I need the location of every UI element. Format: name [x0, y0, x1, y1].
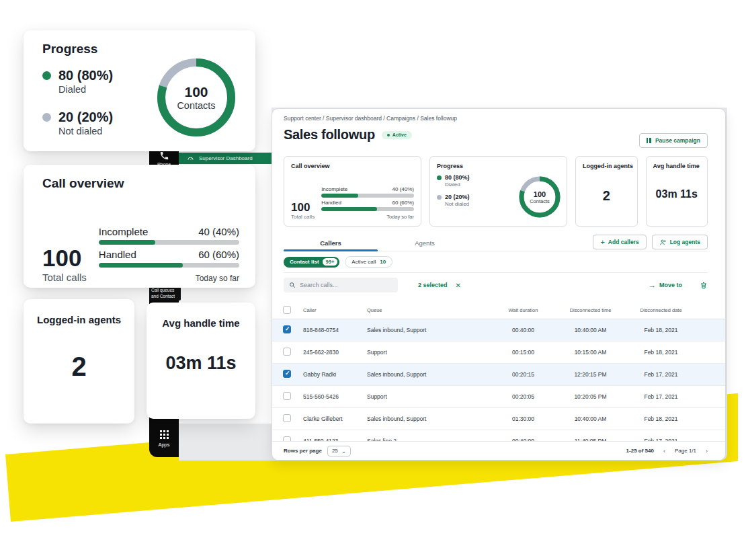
- metric-cards-row: Call overview 100 Total calls Incomplete…: [284, 156, 708, 227]
- table-row[interactable]: 818-848-0754 Sales inbound, Support 00:4…: [272, 319, 725, 342]
- table-row[interactable]: Clarke Gillebert Sales inbound, Support …: [272, 408, 725, 430]
- search-box[interactable]: [284, 278, 398, 292]
- not-dialed-dot-icon: [42, 113, 51, 122]
- search-input[interactable]: [300, 282, 380, 288]
- progress-donut-chart: 100 Contacts: [518, 175, 561, 218]
- arrow-right-icon: →: [649, 281, 656, 289]
- card-footnote: Today so far: [321, 214, 414, 220]
- log-agents-button[interactable]: Log agents: [652, 235, 708, 249]
- pause-icon: [647, 138, 651, 143]
- breadcrumb[interactable]: Support center / Supervisor dashboard / …: [284, 115, 457, 122]
- card-call-overview: Call overview 100 Total calls Incomplete…: [284, 156, 421, 227]
- card-title: Logged-in agents: [576, 157, 637, 169]
- status-dot-icon: [387, 134, 390, 136]
- incomplete-bar: [99, 240, 239, 245]
- row-checkbox[interactable]: [283, 325, 291, 333]
- table-row[interactable]: Gabby Radki Sales inbound, Support 00:20…: [272, 364, 725, 386]
- row-range: 1-25 of 540: [626, 448, 654, 454]
- card-title: Progress: [42, 42, 97, 56]
- next-page-icon[interactable]: ›: [706, 448, 708, 454]
- tab-callers[interactable]: Callers: [284, 235, 378, 251]
- tab-agents[interactable]: Agents: [378, 235, 472, 251]
- total-calls-value: 100: [291, 202, 315, 214]
- person-plus-icon: [659, 239, 667, 246]
- dialed-dot-icon: [437, 175, 442, 180]
- card-title: Call overview: [42, 176, 124, 191]
- active-call-chip[interactable]: Active call 10: [345, 256, 392, 268]
- rows-per-page-select[interactable]: 25 ⌄: [327, 446, 351, 456]
- active-call-count: 10: [380, 259, 386, 265]
- table-row[interactable]: 515-560-5426 Support 00:20:05 10:20:05 P…: [272, 386, 725, 408]
- apps-label: Apps: [149, 442, 179, 448]
- pause-campaign-button[interactable]: Pause campaign: [639, 133, 708, 148]
- card-progress: Progress 80 (80%) Dialed 20 (20%) Not di…: [429, 156, 567, 227]
- card-logged-in-agents: Logged-in agents 2: [575, 156, 638, 227]
- card-title: Avg handle time: [147, 317, 255, 329]
- active-item-label: Supervisor Dashboard: [199, 155, 253, 161]
- overlay-card-logged-in-agents: Logged-in agents 2: [24, 299, 134, 424]
- add-callers-button[interactable]: + Add callers: [593, 235, 646, 249]
- contact-list-count: 99+: [323, 258, 338, 266]
- table-header-row: Caller Queue Wait duration Disconnected …: [272, 302, 725, 319]
- plus-icon: +: [600, 239, 604, 245]
- row-checkbox[interactable]: [283, 348, 291, 356]
- marketing-composite: ete Phone Apps Supervisor Dashboard: [0, 0, 746, 560]
- incomplete-bar: [321, 194, 414, 198]
- card-title: Progress: [430, 157, 567, 169]
- table-row[interactable]: 245-662-2830 Support 00:15:00 10:15:00 A…: [272, 342, 725, 364]
- campaign-panel: Support center / Supervisor dashboard / …: [272, 108, 726, 461]
- move-to-button[interactable]: → Move to: [649, 281, 682, 289]
- dialed-dot-icon: [42, 71, 51, 80]
- progress-donut-chart: 100 Contacts: [157, 58, 236, 137]
- total-calls-value: 100: [42, 246, 87, 270]
- card-title: Call overview: [284, 157, 421, 169]
- card-avg-handle-time: Avg handle time 03m 11s: [646, 156, 708, 227]
- card-title: Logged-in agents: [24, 314, 134, 325]
- status-badge: Active: [382, 131, 412, 139]
- total-calls-label: Total calls: [291, 214, 315, 220]
- card-footnote: Today so far: [99, 274, 239, 283]
- total-calls-label: Total calls: [42, 272, 87, 283]
- rows-per-page-label: Rows per page: [284, 448, 322, 454]
- prev-page-icon[interactable]: ‹: [663, 448, 665, 454]
- overlay-card-progress: Progress 80 (80%) Dialed 20 (20%) Not di…: [24, 30, 255, 151]
- sidebar-item-apps[interactable]: Apps: [149, 430, 179, 448]
- agents-value: 2: [24, 352, 134, 382]
- page-title: Sales followup: [284, 127, 375, 143]
- phone-icon: [159, 151, 169, 161]
- selected-count: 2 selected: [418, 282, 448, 288]
- apps-grid-icon: [160, 430, 169, 439]
- handled-bar: [321, 207, 414, 211]
- chevron-down-icon: ⌄: [341, 448, 347, 454]
- call-queues-tooltip: Call queues and Contact: [149, 286, 181, 301]
- handle-time-value: 03m 11s: [647, 188, 708, 200]
- table-body: 818-848-0754 Sales inbound, Support 00:4…: [272, 319, 725, 442]
- contact-list-chip[interactable]: Contact list 99+: [284, 257, 339, 268]
- dashboard-gauge-icon: [187, 155, 194, 162]
- not-dialed-dot-icon: [437, 195, 442, 200]
- sidebar-item-supervisor-dashboard[interactable]: Supervisor Dashboard: [179, 153, 272, 164]
- row-checkbox[interactable]: [283, 370, 291, 378]
- row-checkbox[interactable]: [283, 392, 291, 400]
- handle-time-value: 03m 11s: [147, 353, 255, 374]
- overlay-card-call-overview: Call overview 100 Total calls Incomplete…: [24, 165, 255, 288]
- clear-selection-icon[interactable]: ✕: [456, 282, 461, 289]
- trash-icon[interactable]: [700, 281, 708, 290]
- table-footer: Rows per page 25 ⌄ 1-25 of 540 ‹ Page 1/…: [272, 441, 725, 460]
- select-all-checkbox[interactable]: [283, 306, 291, 314]
- page-indicator: Page 1/1: [675, 448, 696, 454]
- search-icon: [289, 282, 296, 288]
- divider: [284, 272, 708, 273]
- agents-value: 2: [576, 188, 637, 204]
- row-checkbox[interactable]: [283, 414, 291, 422]
- overlay-card-avg-handle-time: Avg handle time 03m 11s: [147, 303, 255, 419]
- card-title: Avg handle time: [647, 157, 708, 169]
- handled-bar: [99, 263, 239, 268]
